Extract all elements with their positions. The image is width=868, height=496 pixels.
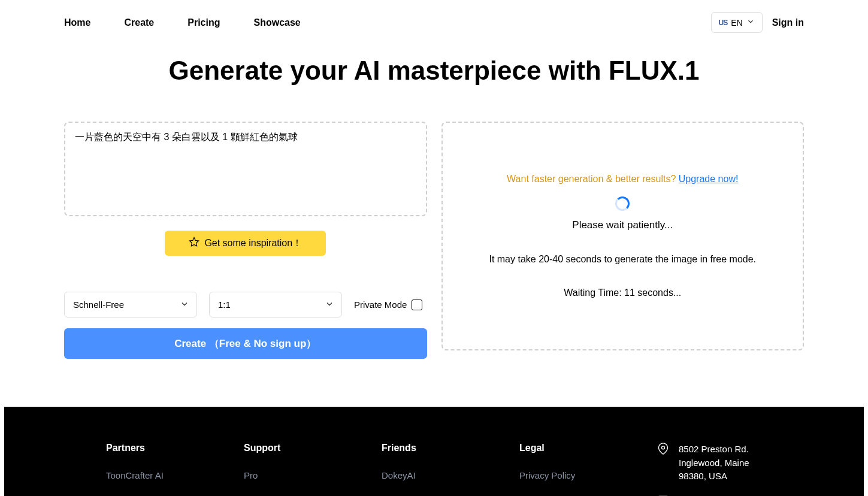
loading-spinner-icon xyxy=(615,196,630,211)
footer-heading: Support xyxy=(244,443,334,453)
contact-address: 8502 Preston Rd. Inglewood, Maine 98380,… xyxy=(657,443,763,483)
svg-marker-0 xyxy=(190,238,199,246)
output-column: Want faster generation & better results?… xyxy=(441,122,805,359)
upgrade-link[interactable]: Upgrade now! xyxy=(679,174,739,184)
footer: Partners ToonCrafter AI Support Pro Frie… xyxy=(4,407,864,496)
nav-create[interactable]: Create xyxy=(124,17,154,28)
footer-contact: 8502 Preston Rd. Inglewood, Maine 98380,… xyxy=(657,443,763,496)
address-text: 8502 Preston Rd. Inglewood, Maine 98380,… xyxy=(679,443,763,483)
header: Home Create Pricing Showcase US EN Sign … xyxy=(4,0,864,45)
email-text: support@flux1ai.com xyxy=(679,494,763,497)
ratio-select[interactable]: 1:1 xyxy=(209,292,342,317)
output-panel: Want faster generation & better results?… xyxy=(441,122,805,350)
chevron-down-icon xyxy=(325,299,334,310)
sign-in-button[interactable]: Sign in xyxy=(772,17,804,28)
upgrade-line: Want faster generation & better results?… xyxy=(507,174,738,185)
nav-showcase[interactable]: Showcase xyxy=(254,17,301,28)
page: Home Create Pricing Showcase US EN Sign … xyxy=(4,0,864,496)
inspire-label: Get some inspiration！ xyxy=(204,237,302,250)
page-title: Generate your AI masterpiece with FLUX.1 xyxy=(4,56,864,86)
location-icon xyxy=(657,443,669,456)
prompt-input[interactable]: 一片藍色的天空中有 3 朵白雲以及 1 顆鮮紅色的氣球 xyxy=(64,122,427,216)
chevron-down-icon xyxy=(746,17,755,28)
main-nav: Home Create Pricing Showcase xyxy=(64,17,301,28)
contact-email: support@flux1ai.com xyxy=(657,494,763,497)
footer-link-tooncrafter[interactable]: ToonCrafter AI xyxy=(106,470,196,480)
nav-home[interactable]: Home xyxy=(64,17,90,28)
footer-link-dokeyai[interactable]: DokeyAI xyxy=(382,470,471,480)
flag-icon: US xyxy=(719,19,728,27)
footer-heading: Legal xyxy=(519,443,609,453)
controls-row: Schnell-Free 1:1 Private Mode xyxy=(64,292,427,317)
model-select[interactable]: Schnell-Free xyxy=(64,292,197,317)
model-selected: Schnell-Free xyxy=(73,300,124,310)
footer-heading: Partners xyxy=(106,443,196,453)
main: 一片藍色的天空中有 3 朵白雲以及 1 顆鮮紅色的氣球 Get some ins… xyxy=(4,86,864,383)
private-label: Private Mode xyxy=(354,300,407,310)
upgrade-text: Want faster generation & better results? xyxy=(507,174,679,184)
waiting-time-text: Waiting Time: 11 seconds... xyxy=(564,288,681,298)
mail-icon xyxy=(657,494,669,497)
footer-link-pro[interactable]: Pro xyxy=(244,470,334,480)
create-button[interactable]: Create （Free & No sign up） xyxy=(64,328,427,359)
footer-link-privacy[interactable]: Privacy Policy xyxy=(519,470,609,480)
star-icon xyxy=(189,237,199,250)
lang-code: EN xyxy=(731,18,742,28)
ratio-selected: 1:1 xyxy=(218,300,231,310)
footer-legal: Legal Privacy Policy xyxy=(519,443,609,496)
input-column: 一片藍色的天空中有 3 朵白雲以及 1 顆鮮紅色的氣球 Get some ins… xyxy=(64,122,427,359)
footer-friends: Friends DokeyAI xyxy=(382,443,471,496)
private-checkbox[interactable] xyxy=(412,300,422,310)
private-mode-toggle: Private Mode xyxy=(354,300,422,310)
footer-support: Support Pro xyxy=(244,443,334,496)
header-right: US EN Sign in xyxy=(711,12,804,33)
footer-partners: Partners ToonCrafter AI xyxy=(106,443,196,496)
footer-heading: Friends xyxy=(382,443,471,453)
chevron-down-icon xyxy=(180,299,189,310)
svg-point-1 xyxy=(662,446,665,449)
inspire-button[interactable]: Get some inspiration！ xyxy=(165,231,326,256)
nav-pricing[interactable]: Pricing xyxy=(187,17,220,28)
wait-text: Please wait patiently... xyxy=(572,219,673,231)
hint-text: It may take 20-40 seconds to generate th… xyxy=(489,254,756,265)
language-switcher[interactable]: US EN xyxy=(711,12,763,33)
